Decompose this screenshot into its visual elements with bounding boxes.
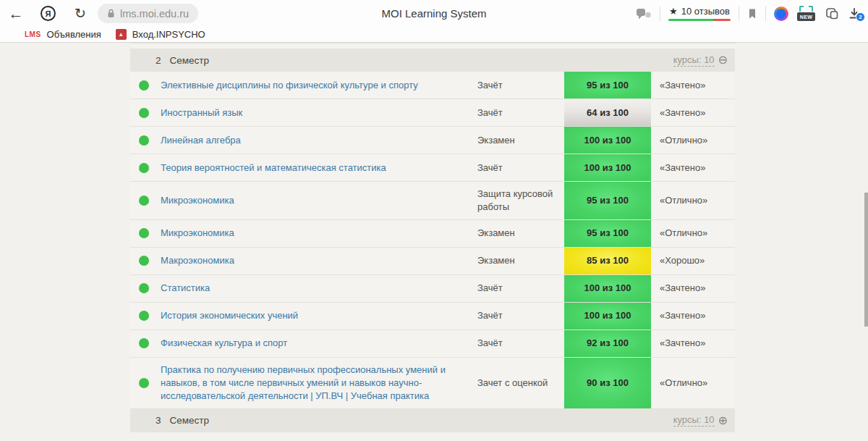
status-dot-icon	[139, 163, 149, 173]
bookmark-item-announcements[interactable]: LMS Объявления	[25, 29, 101, 40]
assessment-type: Зачёт	[477, 276, 564, 301]
site-reviews[interactable]: ★ 10 отзывов	[668, 6, 731, 21]
score-badge: 100 из 100	[564, 303, 651, 329]
result-text: «Отлично»	[651, 188, 735, 213]
rating-bar	[668, 19, 731, 21]
semester-number: 2	[156, 55, 161, 66]
address-bar[interactable]: lms.moi.edu.ru	[98, 4, 198, 23]
score-badge: 100 из 100	[564, 127, 651, 154]
table-row: МакроэкономикаЭкзамен85 из 100«Хорошо»	[130, 248, 735, 275]
course-link[interactable]: История экономических учений	[161, 303, 477, 328]
status-dot-cell	[130, 135, 161, 146]
score-badge: 100 из 100	[564, 154, 651, 181]
course-link[interactable]: Линейная алгебра	[161, 128, 477, 153]
site-widget-icon[interactable]	[636, 7, 652, 20]
new-extension-icon[interactable]: NEW	[796, 6, 816, 21]
status-dot-icon	[139, 196, 149, 206]
reviews-count-label: 10 отзывов	[681, 6, 730, 17]
back-icon[interactable]: ←	[9, 5, 23, 22]
table-row: Элективные дисциплины по физической куль…	[130, 72, 735, 99]
bookmarks-bar: LMS Объявления ▲ Вход.INPSYCHO	[0, 27, 868, 43]
result-text: «Зачтено»	[651, 331, 735, 356]
course-link[interactable]: Микроэкономика	[161, 188, 477, 213]
lock-icon	[107, 9, 115, 18]
assessment-type: Зачёт	[477, 331, 564, 356]
section-header-semester-2: 2 Семестр курсы: 10 ⊖	[130, 49, 735, 72]
result-text: «Зачтено»	[651, 101, 735, 125]
status-dot-icon	[139, 338, 149, 348]
downloads-count-badge: 2	[856, 12, 865, 22]
assessment-type: Экзамен	[477, 248, 564, 273]
lms-favicon: LMS	[25, 30, 41, 38]
courses-count-label: курсы: 10	[673, 414, 715, 427]
bookmark-item-inpsycho[interactable]: ▲ Вход.INPSYCHO	[116, 29, 205, 40]
semester-number: 3	[156, 415, 161, 426]
status-dot-cell	[130, 108, 161, 118]
status-dot-cell	[130, 196, 161, 206]
status-dot-cell	[130, 311, 161, 321]
result-text: «Зачтено»	[651, 276, 735, 301]
course-link[interactable]: Практика по получению первичных професси…	[161, 358, 477, 408]
assessment-type: Защита курсовой работы	[477, 182, 564, 219]
result-text: «Отлично»	[651, 128, 735, 153]
course-link[interactable]: Макроэкономика	[161, 248, 477, 273]
expand-icon[interactable]: ⊕	[718, 415, 728, 427]
semester-panel: 2 Семестр курсы: 10 ⊖ Элективные дисципл…	[130, 43, 735, 432]
tabs-icon[interactable]	[824, 7, 840, 21]
assessment-type: Зачёт	[477, 73, 564, 98]
assessment-type: Зачет с оценкой	[477, 371, 564, 395]
status-dot-icon	[139, 228, 149, 238]
extension-circle-icon[interactable]	[774, 7, 788, 21]
vertical-scrollbar[interactable]	[864, 193, 868, 327]
yandex-logo-icon[interactable]: Я	[41, 6, 56, 21]
status-dot-cell	[130, 228, 161, 238]
collapse-icon[interactable]: ⊖	[718, 54, 728, 66]
status-dot-icon	[139, 378, 149, 388]
course-link[interactable]: Теория вероятностей и математическая ста…	[161, 156, 477, 180]
browser-toolbar: ← Я ↻ lms.moi.edu.ru MOI Learning System…	[0, 0, 868, 27]
divider	[765, 7, 766, 21]
course-link[interactable]: Физическая культура и спорт	[161, 331, 477, 356]
divider	[660, 7, 660, 21]
toolbar-right-cluster: ★ 10 отзывов NEW	[636, 6, 861, 21]
table-row: МикроэкономикаЭкзамен95 из 100«Отлично»	[130, 220, 735, 248]
table-row: Линейная алгебраЭкзамен100 из 100«Отличн…	[130, 127, 735, 154]
course-link[interactable]: Статистика	[161, 276, 477, 301]
refresh-icon[interactable]: ↻	[73, 5, 88, 22]
table-row: Физическая культура и спортЗачёт92 из 10…	[130, 330, 735, 358]
result-text: «Хорошо»	[651, 248, 735, 273]
status-dot-cell	[130, 80, 161, 91]
course-link[interactable]: Иностранный язык	[161, 101, 477, 125]
status-dot-icon	[139, 283, 149, 293]
divider	[739, 7, 739, 21]
status-dot-icon	[139, 80, 149, 91]
semester-title: Семестр	[170, 55, 210, 66]
result-text: «Зачтено»	[651, 73, 735, 98]
result-text: «Зачтено»	[651, 303, 735, 328]
course-link[interactable]: Элективные дисциплины по физической куль…	[161, 73, 477, 98]
bookmark-flag-icon[interactable]	[747, 8, 757, 20]
browser-chrome: ← Я ↻ lms.moi.edu.ru MOI Learning System…	[0, 0, 868, 43]
courses-expand-control[interactable]: курсы: 10 ⊕	[673, 414, 728, 427]
status-dot-icon	[139, 311, 149, 321]
downloads-button[interactable]: 2	[848, 7, 861, 20]
semester-title: Семестр	[170, 415, 210, 426]
new-icon-marks	[799, 6, 813, 12]
assessment-type: Экзамен	[477, 221, 564, 245]
new-badge-label: NEW	[797, 12, 815, 21]
course-list: Элективные дисциплины по физической куль…	[130, 72, 735, 409]
page-content: 2 Семестр курсы: 10 ⊖ Элективные дисципл…	[0, 43, 868, 441]
status-dot-cell	[130, 378, 161, 388]
table-row: Иностранный языкЗачёт64 из 100«Зачтено»	[130, 99, 735, 127]
bookmark-label: Вход.INPSYCHO	[132, 29, 205, 40]
section-header-semester-3: 3 Семестр курсы: 10 ⊕	[130, 409, 735, 432]
course-link[interactable]: Микроэкономика	[161, 221, 477, 245]
status-dot-icon	[139, 135, 149, 146]
result-text: «Отлично»	[651, 371, 735, 395]
previous-row-edge	[130, 43, 735, 49]
courses-collapse-control[interactable]: курсы: 10 ⊖	[673, 54, 728, 67]
score-badge: 92 из 100	[564, 330, 651, 357]
rating-bar-positive	[668, 19, 713, 21]
assessment-type: Зачёт	[477, 101, 564, 125]
assessment-type: Экзамен	[477, 128, 564, 153]
